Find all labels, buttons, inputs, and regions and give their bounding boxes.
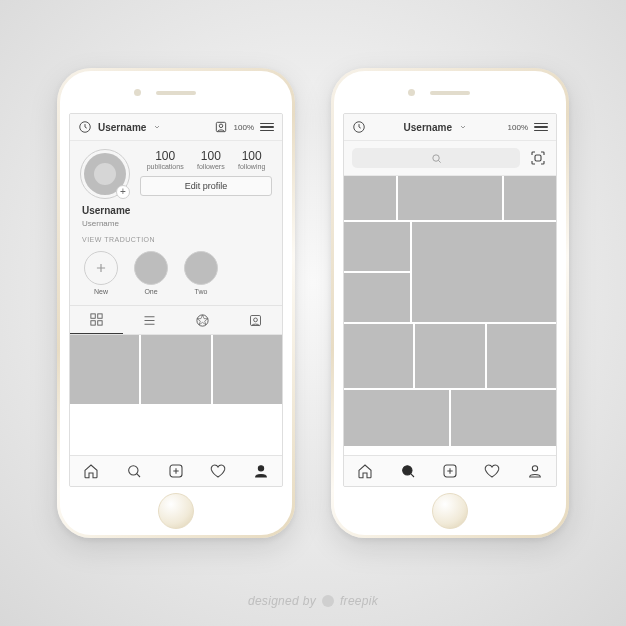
stat-followers[interactable]: 100 followers xyxy=(197,149,225,170)
bio-name: Username xyxy=(82,205,270,216)
battery-label: 100% xyxy=(508,123,528,132)
activity-icon[interactable] xyxy=(352,120,366,134)
nav-home[interactable] xyxy=(70,456,112,486)
explore-thumb[interactable] xyxy=(487,324,556,388)
top-bar: Username 100% xyxy=(70,114,282,141)
svg-point-23 xyxy=(402,466,411,475)
search-input[interactable] xyxy=(352,148,520,168)
menu-icon[interactable] xyxy=(534,121,548,134)
explore-thumb[interactable] xyxy=(504,176,556,220)
svg-point-10 xyxy=(197,314,208,325)
edit-profile-button[interactable]: Edit profile xyxy=(140,176,272,196)
svg-line-21 xyxy=(438,160,440,162)
explore-thumb[interactable] xyxy=(398,176,502,220)
scan-icon[interactable] xyxy=(528,148,548,168)
explore-thumb[interactable] xyxy=(344,176,396,220)
home-button[interactable] xyxy=(158,493,194,529)
nav-add[interactable] xyxy=(429,456,471,486)
post-thumb[interactable] xyxy=(70,335,139,404)
explore-thumb[interactable] xyxy=(344,390,449,446)
freepik-logo-icon xyxy=(322,595,334,607)
svg-point-13 xyxy=(128,466,137,475)
credit-line: designed by freepik xyxy=(0,594,626,608)
nav-profile[interactable] xyxy=(514,456,556,486)
nav-search[interactable] xyxy=(112,456,154,486)
explore-thumb[interactable] xyxy=(451,390,556,446)
add-story-icon[interactable]: + xyxy=(116,185,130,199)
nav-profile[interactable] xyxy=(240,456,282,486)
svg-rect-6 xyxy=(98,321,102,325)
chevron-down-icon[interactable] xyxy=(456,120,470,134)
explore-thumb[interactable] xyxy=(415,324,484,388)
nav-home[interactable] xyxy=(344,456,386,486)
svg-rect-22 xyxy=(535,155,541,161)
tab-tagged[interactable] xyxy=(229,306,282,334)
nav-search[interactable] xyxy=(386,456,428,486)
svg-point-12 xyxy=(254,318,258,322)
bio-sub: Username xyxy=(82,219,270,228)
nav-activity[interactable] xyxy=(471,456,513,486)
chevron-down-icon[interactable] xyxy=(150,120,164,134)
topbar-username[interactable]: Username xyxy=(98,122,146,133)
avatar[interactable]: + xyxy=(80,149,130,199)
discover-people-icon[interactable] xyxy=(214,120,228,134)
svg-point-28 xyxy=(532,466,537,471)
phone-explore: Username 100% xyxy=(331,68,569,538)
highlight-one[interactable]: One xyxy=(134,251,168,295)
activity-icon[interactable] xyxy=(78,120,92,134)
tab-feed[interactable] xyxy=(123,306,176,334)
home-button[interactable] xyxy=(432,493,468,529)
explore-thumb[interactable] xyxy=(344,324,413,388)
top-bar: Username 100% xyxy=(344,114,556,141)
post-thumb[interactable] xyxy=(213,335,282,404)
explore-thumb[interactable] xyxy=(344,273,410,322)
topbar-username[interactable]: Username xyxy=(404,122,452,133)
tab-grid[interactable] xyxy=(70,306,123,334)
explore-grid xyxy=(344,176,556,455)
menu-icon[interactable] xyxy=(260,121,274,134)
nav-add[interactable] xyxy=(155,456,197,486)
highlight-two[interactable]: Two xyxy=(184,251,218,295)
stat-publications[interactable]: 100 publications xyxy=(147,149,184,170)
explore-thumb[interactable] xyxy=(344,222,410,271)
battery-label: 100% xyxy=(234,123,254,132)
tab-saved[interactable] xyxy=(176,306,229,334)
svg-line-24 xyxy=(410,474,413,477)
svg-rect-3 xyxy=(91,314,95,318)
svg-point-2 xyxy=(219,124,223,128)
posts-grid xyxy=(70,335,282,404)
explore-thumb[interactable] xyxy=(412,222,556,322)
nav-activity[interactable] xyxy=(197,456,239,486)
svg-line-14 xyxy=(136,474,139,477)
svg-rect-4 xyxy=(98,314,102,318)
svg-rect-5 xyxy=(91,321,95,325)
post-thumb[interactable] xyxy=(141,335,210,404)
view-translation[interactable]: VIEW TRADUCTION xyxy=(70,236,282,251)
stat-following[interactable]: 100 following xyxy=(238,149,265,170)
svg-point-18 xyxy=(258,466,263,471)
highlight-new[interactable]: New xyxy=(84,251,118,295)
phone-profile: Username 100% + xyxy=(57,68,295,538)
svg-point-20 xyxy=(432,154,438,160)
